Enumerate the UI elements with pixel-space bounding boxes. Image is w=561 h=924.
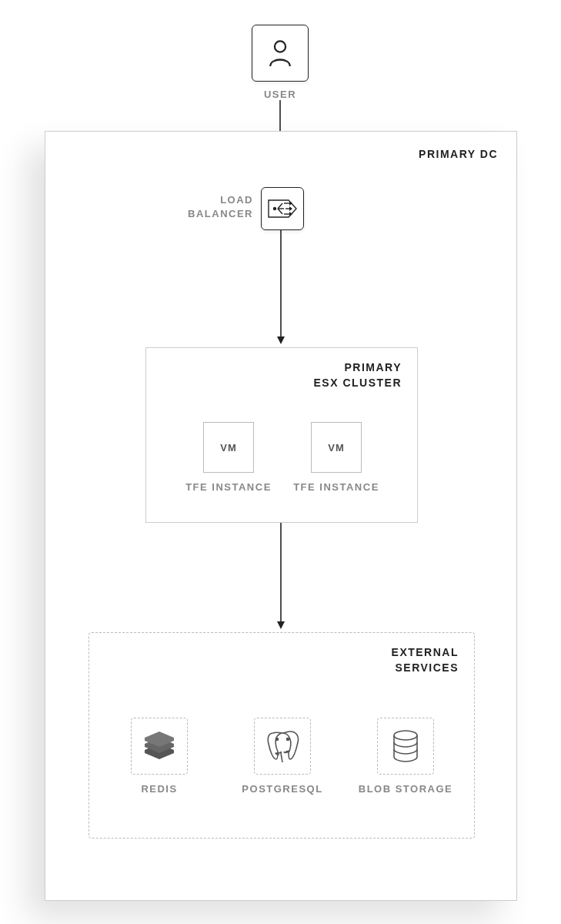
load-balancer-label: LOAD BALANCER [176,193,253,221]
blob-storage-label: BLOB STORAGE [351,782,460,796]
svg-marker-8 [289,201,292,206]
blob-storage-icon [391,730,420,762]
redis-icon [142,730,177,762]
svg-marker-14 [277,336,285,344]
redis-icon-box [131,718,188,775]
postgresql-icon-box [254,718,311,775]
svg-point-0 [275,41,286,52]
svg-point-18 [287,738,289,741]
load-balancer-icon-box [261,187,304,230]
external-services-label: EXTERNAL SERVICES [392,645,459,675]
svg-line-4 [278,203,282,209]
svg-marker-10 [289,206,292,211]
vm-box-2: VM [311,422,362,473]
primary-dc-container: PRIMARY DC LOAD BALANCER PRIMARY ESX CLU… [45,131,517,901]
esx-cluster-label: PRIMARY ESX CLUSTER [313,360,402,390]
external-services-container: EXTERNAL SERVICES REDIS [88,632,475,839]
svg-marker-12 [289,212,292,216]
user-icon [267,38,293,68]
arrow-esx-to-external [276,523,286,631]
vm-label-1: TFE INSTANCE [172,480,285,494]
blob-storage-icon-box [377,718,434,775]
redis-label: REDIS [115,782,203,796]
esx-cluster-container: PRIMARY ESX CLUSTER VM TFE INSTANCE VM T… [145,347,418,523]
arrow-lb-to-esx [276,230,286,346]
vm-box-1: VM [203,422,254,473]
svg-marker-16 [277,621,285,629]
svg-point-19 [394,731,417,740]
user-icon-box [252,25,309,82]
load-balancer-icon [267,197,298,220]
postgresql-icon [265,728,299,764]
vm-label-2: TFE INSTANCE [280,480,392,494]
postgresql-label: POSTGRESQL [231,782,334,796]
svg-line-6 [278,209,282,214]
svg-point-3 [274,208,276,210]
primary-dc-label: PRIMARY DC [419,147,498,162]
svg-point-17 [276,738,279,741]
